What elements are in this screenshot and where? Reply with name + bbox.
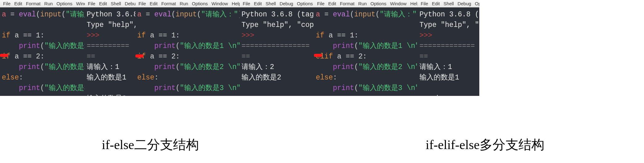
tok-arg3: "输入的数是3 \n" [44, 84, 85, 92]
menu-window[interactable]: Window [210, 1, 230, 6]
menu-help[interactable]: Help [230, 1, 240, 6]
menu-window[interactable]: Window [388, 1, 408, 6]
menu-edit[interactable]: Edit [430, 1, 442, 6]
code-area-3[interactable]: a = eval(input("请输入：")) if a == 1: print… [314, 7, 418, 96]
editor-menubar-1[interactable]: File Edit Format Run Options Window Help [0, 0, 85, 7]
panels-row: File Edit Format Run Options Window Help… [0, 0, 644, 96]
menu-file[interactable]: File [241, 1, 252, 6]
menu-debug[interactable]: Debug [123, 1, 135, 6]
shell-area-3[interactable]: Python 3.6.8 (tags/ Type "help", "copy >… [418, 7, 479, 96]
menu-edit[interactable]: Edit [148, 1, 159, 6]
menu-file[interactable]: File [1, 1, 12, 6]
shell-out1: 输入的数是1 [87, 74, 126, 82]
menu-file[interactable]: File [86, 1, 97, 6]
shell-menubar-2[interactable]: File Edit Shell Debug Options Wi [240, 0, 314, 7]
menu-edit[interactable]: Edit [326, 1, 338, 6]
editor-panel-2: File Edit Format Run Options Window Help… [135, 0, 240, 96]
editor-panel-1: File Edit Format Run Options Window Help… [0, 0, 85, 96]
tok-var: a [2, 11, 6, 19]
highlight-marker-1 [0, 54, 8, 57]
shell-sep2: == [87, 53, 95, 61]
menu-shell[interactable]: Shell [109, 1, 123, 6]
shell-input-line: 请输入：1 [87, 63, 119, 71]
menu-options[interactable]: Option [473, 1, 479, 6]
cursor-icon [437, 95, 438, 96]
shell-area-2[interactable]: Python 3.6.8 (tags/v3 Type "help", "copy… [240, 7, 314, 96]
tok-arg2: "输入的数是2 \n" [44, 63, 85, 71]
code-area-2[interactable]: a = eval(input("请输入：")) if a == 1: print… [135, 7, 240, 96]
tok-if1: if [2, 32, 10, 40]
menu-format[interactable]: Format [338, 1, 357, 6]
shell-banner2: Type "help", "copy [87, 21, 135, 29]
shell-menubar-1[interactable]: File Edit Shell Debug Optic [85, 0, 135, 7]
tok-inputarg: "请输入：" [66, 11, 85, 19]
tok-eq: = [6, 11, 19, 19]
menu-debug[interactable]: Debug [456, 1, 473, 6]
tok-cond1: a == 1: [10, 32, 44, 40]
highlight-marker-3 [314, 54, 322, 57]
caption-left: if-else二分支结构 [102, 136, 199, 153]
menu-shell[interactable]: Shell [264, 1, 278, 6]
code-area-1[interactable]: a = eval(input("请输入：")) if a == 1: print… [0, 7, 85, 96]
menu-run[interactable]: Run [357, 1, 369, 6]
menu-format[interactable]: Format [24, 1, 43, 6]
tok-lparen2: ( [61, 11, 66, 19]
menu-shell[interactable]: Shell [442, 1, 456, 6]
tok-print1: print [19, 42, 40, 50]
tok-lparen: ( [36, 11, 40, 19]
menu-edit[interactable]: Edit [97, 1, 109, 6]
shell-sep1: ========== [87, 42, 129, 50]
menu-run[interactable]: Run [178, 1, 190, 6]
shell-out2: 输入的数是3 [87, 95, 126, 96]
shell-panel-1: File Edit Shell Debug Optic Python 3.6.8… [85, 0, 135, 96]
editor-panel-3: File Edit Format Run Options Window Help… [314, 0, 418, 96]
shell-panel-2: File Edit Shell Debug Options Wi Python … [240, 0, 314, 96]
caption-right: if-elif-else多分支结构 [426, 136, 544, 153]
tok-cond2: a == 2: [10, 53, 44, 61]
menu-edit[interactable]: Edit [12, 1, 24, 6]
shell-area-1[interactable]: Python 3.6.8 (tags Type "help", "copy >>… [85, 7, 135, 96]
menu-options[interactable]: Options [55, 1, 74, 6]
tok-print2: print [19, 63, 40, 71]
editor-menubar-3[interactable]: File Edit Format Run Options Window Help [314, 0, 418, 7]
menu-run[interactable]: Run [43, 1, 55, 6]
tok-else1: else [2, 74, 19, 82]
editor-menubar-2[interactable]: File Edit Format Run Options Window Help [135, 0, 240, 7]
shell-panel-3: File Edit Shell Debug Option Python 3.6.… [418, 0, 479, 96]
menu-edit[interactable]: Edit [252, 1, 264, 6]
menu-window[interactable]: Window [74, 1, 85, 6]
menu-debug[interactable]: Debug [278, 1, 295, 6]
menu-options[interactable]: Options [369, 1, 388, 6]
menu-options[interactable]: Options [190, 1, 210, 6]
highlight-marker-2 [135, 54, 143, 58]
tok-eval: eval [19, 11, 36, 19]
shell-banner1: Python 3.6.8 (tags [87, 11, 135, 19]
menu-file[interactable]: File [419, 1, 430, 6]
menu-format[interactable]: Format [159, 1, 178, 6]
menu-file[interactable]: File [315, 1, 326, 6]
menu-options[interactable]: Options [295, 1, 314, 6]
shell-menubar-3[interactable]: File Edit Shell Debug Option [418, 0, 479, 7]
tok-print3: print [19, 84, 40, 92]
tok-input: input [40, 11, 61, 19]
menu-file[interactable]: File [137, 1, 148, 6]
tok-arg1: "输入的数是1 \n" [44, 42, 85, 50]
menu-help[interactable]: Help [408, 1, 418, 6]
shell-prompt: >>> [87, 32, 104, 40]
